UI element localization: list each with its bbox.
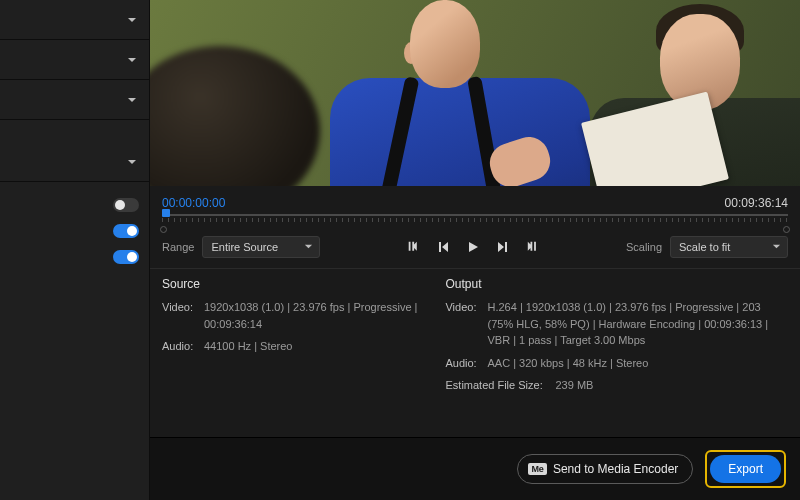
output-audio-val: AAC | 320 kbps | 48 kHz | Stereo [487, 355, 788, 372]
export-settings-panel: 00:00:00:00 00:09:36:14 Range Entire Sou… [0, 0, 800, 500]
media-encoder-icon: Me [528, 463, 547, 475]
output-video-val: H.264 | 1920x1038 (1.0) | 23.976 fps | P… [487, 299, 788, 349]
toggle-switch-on[interactable] [113, 250, 139, 264]
mark-out-button[interactable] [525, 239, 541, 255]
chevron-down-icon [127, 15, 137, 25]
send-label: Send to Media Encoder [553, 462, 678, 476]
sidebar-section-1[interactable] [0, 0, 149, 40]
main-area: 00:00:00:00 00:09:36:14 Range Entire Sou… [150, 0, 800, 500]
source-summary: Source Video: 1920x1038 (1.0) | 23.976 f… [162, 277, 425, 400]
chevron-down-icon [127, 95, 137, 105]
range-select[interactable]: Entire Source [202, 236, 320, 258]
send-to-media-encoder-button[interactable]: Me Send to Media Encoder [517, 454, 693, 484]
preview-frame [150, 0, 800, 186]
export-highlight: Export [705, 450, 786, 488]
playhead[interactable] [162, 209, 170, 217]
chevron-down-icon [304, 241, 313, 253]
out-timecode[interactable]: 00:09:36:14 [725, 196, 788, 210]
in-point-handle[interactable] [160, 226, 167, 233]
transport-controls [328, 239, 618, 255]
toggle-switch-on[interactable] [113, 224, 139, 238]
sidebar-section-2[interactable] [0, 40, 149, 80]
output-title: Output [445, 277, 788, 291]
scaling-label: Scaling [626, 241, 662, 253]
output-audio-key: Audio: [445, 355, 487, 372]
source-audio-val: 44100 Hz | Stereo [204, 338, 425, 355]
scaling-select[interactable]: Scale to fit [670, 236, 788, 258]
timeline: 00:00:00:00 00:09:36:14 [150, 192, 800, 230]
sidebar-section-3[interactable] [0, 80, 149, 120]
footer-bar: Me Send to Media Encoder Export [150, 437, 800, 500]
source-video-val: 1920x1038 (1.0) | 23.976 fps | Progressi… [204, 299, 425, 332]
source-video-key: Video: [162, 299, 204, 332]
source-title: Source [162, 277, 425, 291]
estimated-size-val: 239 MB [555, 377, 788, 394]
step-forward-button[interactable] [495, 239, 511, 255]
estimated-size-key: Estimated File Size: [445, 377, 555, 394]
out-point-handle[interactable] [783, 226, 790, 233]
range-label: Range [162, 241, 194, 253]
step-back-button[interactable] [435, 239, 451, 255]
toggle-switch-off[interactable] [113, 198, 139, 212]
sidebar-toggle-1-row [0, 192, 149, 218]
source-audio-key: Audio: [162, 338, 204, 355]
in-timecode[interactable]: 00:00:00:00 [162, 196, 225, 210]
controls-row: Range Entire Source Scaling Scale to fit [150, 230, 800, 268]
export-button[interactable]: Export [710, 455, 781, 483]
chevron-down-icon [127, 55, 137, 65]
chevron-down-icon [772, 241, 781, 253]
sidebar-section-4[interactable] [0, 142, 149, 182]
mark-in-button[interactable] [405, 239, 421, 255]
sidebar-toggle-2-row [0, 218, 149, 244]
scaling-value: Scale to fit [679, 241, 730, 253]
settings-sidebar [0, 0, 150, 500]
play-button[interactable] [465, 239, 481, 255]
output-video-key: Video: [445, 299, 487, 349]
timeline-track[interactable] [162, 212, 788, 222]
video-preview[interactable] [150, 0, 800, 186]
summary-section: Source Video: 1920x1038 (1.0) | 23.976 f… [150, 268, 800, 412]
range-value: Entire Source [211, 241, 278, 253]
output-summary: Output Video: H.264 | 1920x1038 (1.0) | … [445, 277, 788, 400]
sidebar-toggle-3-row [0, 244, 149, 270]
chevron-down-icon [127, 157, 137, 167]
